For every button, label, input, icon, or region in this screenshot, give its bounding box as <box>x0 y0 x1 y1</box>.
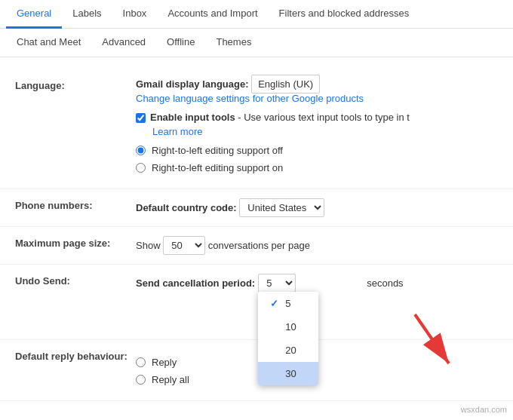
undo-send-value: Send cancellation period: 5 ✓ 5 <box>136 274 498 293</box>
svg-line-1 <box>415 314 449 363</box>
enable-input-tools-row: Enable input tools - Use various text in… <box>136 112 498 123</box>
rtl-off-radio-row: Right-to-left editing support off <box>136 145 498 156</box>
tab-general[interactable]: General <box>6 0 62 29</box>
gmail-language-field-label: Gmail display language: <box>136 78 249 90</box>
page-size-value: Show 25 50 100 conversations per page <box>136 236 498 255</box>
cancellation-period-select[interactable]: 5 <box>258 274 296 293</box>
dropdown-value-5: 5 <box>285 298 290 309</box>
language-value: Gmail display language: English (UK) Cha… <box>136 78 498 179</box>
language-row: Language: Gmail display language: Englis… <box>0 69 513 189</box>
show-label: Show <box>136 240 161 251</box>
reply-label: Reply <box>152 357 177 368</box>
page-size-select[interactable]: 25 50 100 <box>163 236 205 255</box>
language-input-box: English (UK) <box>251 75 320 94</box>
undo-send-row: Undo Send: Send cancellation period: 5 ✓… <box>0 265 513 340</box>
rtl-on-label: Right-to-left editing support on <box>152 162 283 173</box>
tab-themes[interactable]: Themes <box>205 29 262 57</box>
dropdown-item-30[interactable]: 30 <box>258 362 318 385</box>
dropdown-item-10[interactable]: 10 <box>258 315 318 339</box>
nav-tabs-primary: General Labels Inbox Accounts and Import… <box>0 0 513 29</box>
watermark: wsxdan.com <box>461 405 507 414</box>
arrow-annotation <box>407 307 483 385</box>
rtl-on-radio-row: Right-to-left editing support on <box>136 162 498 173</box>
tab-advanced[interactable]: Advanced <box>91 29 156 57</box>
tab-chat-meet[interactable]: Chat and Meet <box>6 29 91 57</box>
dropdown-value-30: 30 <box>285 368 296 379</box>
page-size-row: Maximum page size: Show 25 50 100 conver… <box>0 227 513 265</box>
rtl-off-label: Right-to-left editing support off <box>152 145 283 156</box>
language-label: Language: <box>15 78 136 91</box>
change-language-link[interactable]: Change language settings for other Googl… <box>136 93 498 104</box>
dropdown-item-20[interactable]: 20 <box>258 339 318 362</box>
cancellation-dropdown-container: 5 ✓ 5 10 20 <box>258 274 296 293</box>
dropdown-value-10: 10 <box>285 321 296 333</box>
undo-send-label: Undo Send: <box>15 274 136 287</box>
page-size-label: Maximum page size: <box>15 236 136 249</box>
phone-field-label: Default country code: <box>136 202 237 213</box>
enable-input-tools-label: Enable input tools - Use various text in… <box>150 112 410 123</box>
settings-content: Language: Gmail display language: Englis… <box>0 57 513 413</box>
tab-filters-blocked[interactable]: Filters and blocked addresses <box>269 0 420 29</box>
reply-radio[interactable] <box>136 357 146 367</box>
nav-tabs-secondary: Chat and Meet Advanced Offline Themes <box>0 29 513 57</box>
tab-inbox[interactable]: Inbox <box>112 0 158 29</box>
undo-send-inline: Send cancellation period: 5 ✓ 5 <box>136 274 498 293</box>
tab-offline[interactable]: Offline <box>156 29 205 57</box>
tab-accounts-import[interactable]: Accounts and Import <box>157 0 268 29</box>
conversations-per-page-label: conversations per page <box>208 240 310 251</box>
phone-row: Phone numbers: Default country code: Uni… <box>0 189 513 227</box>
cancellation-dropdown-menu: ✓ 5 10 20 30 <box>258 292 318 385</box>
enable-input-tools-checkbox[interactable] <box>136 113 146 123</box>
learn-more-link-input-tools[interactable]: Learn more <box>152 126 498 137</box>
phone-label: Phone numbers: <box>15 198 136 211</box>
dropdown-item-5[interactable]: ✓ 5 <box>258 292 318 315</box>
seconds-label: seconds <box>367 277 403 289</box>
reply-all-label: Reply all <box>152 374 189 385</box>
dropdown-value-20: 20 <box>285 345 296 356</box>
default-reply-label: Default reply behaviour: <box>15 349 136 362</box>
rtl-off-radio[interactable] <box>136 146 146 155</box>
rtl-radio-group: Right-to-left editing support off Right-… <box>136 145 498 173</box>
country-code-select[interactable]: United States <box>239 198 324 217</box>
reply-all-radio[interactable] <box>136 375 146 385</box>
tab-labels[interactable]: Labels <box>62 0 112 29</box>
phone-value: Default country code: United States <box>136 198 498 217</box>
rtl-on-radio[interactable] <box>136 163 146 173</box>
check-mark-5: ✓ <box>270 298 279 309</box>
cancellation-period-label: Send cancellation period: <box>136 277 255 289</box>
learn-more-bottom-row: Learn more <box>0 413 513 420</box>
